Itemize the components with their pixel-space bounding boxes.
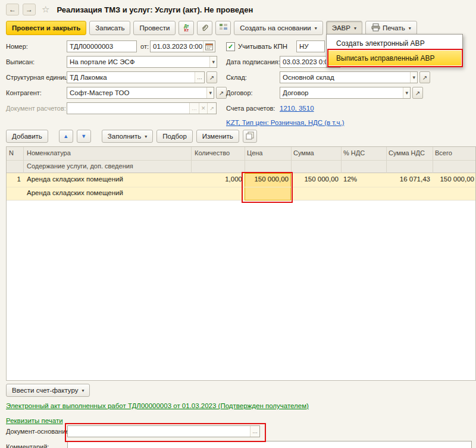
chevron-down-icon[interactable]: ▾	[403, 87, 410, 98]
vat-sum-cell[interactable]: 16 071,43	[389, 176, 430, 183]
pick-button[interactable]: Подбор	[156, 130, 193, 143]
calendar-icon[interactable]	[203, 41, 215, 52]
vat-percent-cell[interactable]: 12%	[343, 176, 357, 183]
chevron-down-icon[interactable]: ▾	[410, 72, 417, 83]
contractor-select[interactable]: Софт-Мастер ТОО ▾	[67, 87, 214, 99]
menu-item-create-electronic-avr[interactable]: Создать электронный АВР	[328, 36, 461, 51]
chevron-down-icon: ▾	[82, 388, 84, 393]
forward-button[interactable]: →	[23, 4, 36, 15]
service-content-cell[interactable]: Аренда складских помещений	[27, 189, 123, 196]
show-postings-button[interactable]: ДтКт	[178, 21, 194, 35]
document-window: ← → ☆ Реализация ТМЗ и услуг: Услуги (ак…	[0, 0, 476, 448]
structural-unit-input[interactable]: ТД Лакомка …	[67, 71, 205, 83]
header-vat-percent[interactable]: % НДС	[343, 149, 365, 156]
issued-label: Выписан:	[6, 56, 35, 68]
issued-value: На портале ИС ЭСФ	[70, 58, 209, 65]
add-row-button[interactable]: Добавить	[6, 130, 48, 143]
header-price[interactable]: Цена	[247, 149, 262, 156]
kpn-checkbox[interactable]: ✓ Учитывать КПН	[226, 40, 287, 52]
forward-icon: →	[26, 6, 33, 13]
chevron-down-icon[interactable]: ▾	[206, 87, 214, 98]
price-value[interactable]: 150 000,00	[246, 176, 289, 183]
date-input[interactable]: 01.03.2023 0:00:00	[150, 40, 215, 52]
nu-input[interactable]: НУ	[296, 40, 325, 52]
dtkt-icon: ДтКт	[184, 24, 189, 32]
post-and-close-button[interactable]: Провести и закрыть	[6, 21, 86, 35]
header-divider	[7, 160, 475, 161]
post-button[interactable]: Провести	[133, 21, 176, 35]
chevron-down-icon[interactable]: ▾	[209, 57, 217, 67]
favorite-star-icon[interactable]: ☆	[42, 4, 49, 15]
header-nomenclature[interactable]: Номенклатура	[27, 149, 71, 156]
date-value: 01.03.2023 0:00:00	[153, 43, 203, 50]
contractor-open-button[interactable]: ↗	[216, 87, 227, 99]
open-icon: ↗	[422, 74, 427, 81]
header-service-content: Содержание услуги, доп. сведения	[27, 162, 133, 170]
comment-label: Комментарий:	[6, 441, 49, 448]
table-row[interactable]: 1 Аренда складских помещений Аренда скла…	[7, 173, 475, 200]
header-vat-sum[interactable]: Сумма НДС	[389, 149, 425, 156]
header-total[interactable]: Всего	[435, 149, 452, 156]
comment-input[interactable]	[67, 441, 472, 448]
header-sum[interactable]: Сумма	[293, 149, 314, 156]
quantity-cell[interactable]: 1,000	[192, 176, 242, 183]
settlement-doc-label: Документ расчетов:	[6, 102, 66, 114]
related-documents-button[interactable]	[215, 21, 231, 35]
clear-icon[interactable]: ✕	[199, 103, 208, 114]
eavr-button[interactable]: ЭАВР ▾	[326, 21, 362, 35]
kpn-checkbox-label: Учитывать КПН	[238, 43, 287, 50]
settlement-accounts-link[interactable]: 1210, 3510	[280, 102, 314, 114]
header-n[interactable]: N	[9, 149, 14, 156]
contract-open-button[interactable]: ↗	[412, 87, 423, 99]
settlement-doc-input[interactable]: … ✕ ↗	[67, 102, 217, 114]
move-up-button[interactable]: ▲	[59, 130, 73, 143]
save-button[interactable]: Записать	[89, 21, 130, 35]
settlement-accounts-label: Счета расчетов:	[226, 102, 275, 114]
open-icon[interactable]: ↗	[207, 103, 216, 114]
warehouse-select[interactable]: Основной склад ▾	[280, 71, 418, 83]
structure-icon	[219, 23, 228, 33]
structural-unit-open-button[interactable]: ↗	[206, 71, 217, 83]
enter-invoice-label: Ввести счет-фактуру	[12, 387, 78, 394]
total-cell[interactable]: 150 000,00	[434, 176, 474, 183]
issued-select[interactable]: На портале ИС ЭСФ ▾	[67, 56, 217, 68]
chevron-down-icon: ▾	[354, 26, 356, 31]
contractor-value: Софт-Мастер ТОО	[70, 89, 206, 96]
menu-item-issue-corrected-avr[interactable]: Выписать исправленный АВР	[328, 51, 461, 65]
eavr-dropdown-menu: Создать электронный АВР Выписать исправл…	[326, 34, 463, 67]
eavr-label: ЭАВР	[332, 24, 350, 32]
fill-button[interactable]: Заполнить ▾	[102, 130, 153, 143]
electronic-act-link[interactable]: Электронный акт выполненных работ ТДЛ000…	[6, 400, 309, 412]
row-divider	[7, 187, 475, 187]
number-input[interactable]: ТДЛ00000003	[67, 40, 137, 52]
copy-rows-button[interactable]	[243, 130, 257, 143]
move-down-button[interactable]: ▼	[77, 130, 91, 143]
choose-ellipsis-icon[interactable]: …	[189, 103, 199, 114]
edit-button[interactable]: Изменить	[196, 130, 239, 143]
enter-invoice-button[interactable]: Ввести счет-фактуру ▾	[6, 384, 90, 397]
warehouse-open-button[interactable]: ↗	[419, 71, 430, 83]
open-icon: ↗	[415, 90, 420, 96]
sum-cell[interactable]: 150 000,00	[293, 176, 339, 183]
choose-ellipsis-icon[interactable]: …	[195, 72, 204, 83]
create-based-on-button[interactable]: Создать на основании ▾	[234, 21, 322, 35]
contract-value: Договор	[283, 89, 403, 96]
copy-icon	[246, 131, 254, 141]
attachments-button[interactable]	[197, 21, 212, 35]
price-type-link[interactable]: KZT, Тип цен: Розничная, НДС (в т.ч.)	[226, 117, 345, 129]
back-button[interactable]: ←	[6, 4, 19, 15]
choose-ellipsis-icon[interactable]: …	[250, 426, 259, 437]
checkbox-check-icon: ✓	[226, 42, 235, 51]
print-button[interactable]: Печать ▾	[365, 21, 417, 35]
date-from-label: от:	[140, 40, 149, 52]
header-quantity[interactable]: Количество	[195, 149, 230, 156]
contract-label: Договор:	[226, 87, 253, 99]
warehouse-label: Склад:	[226, 71, 247, 83]
contract-select[interactable]: Договор ▾	[280, 87, 411, 99]
nomenclature-cell[interactable]: Аренда складских помещений	[27, 176, 123, 183]
open-icon: ↗	[219, 90, 224, 96]
base-document-input[interactable]: …	[67, 425, 260, 437]
printer-icon	[371, 23, 380, 33]
print-details-link[interactable]: Реквизиты печати	[6, 415, 63, 427]
chevron-down-icon: ▾	[315, 26, 317, 31]
